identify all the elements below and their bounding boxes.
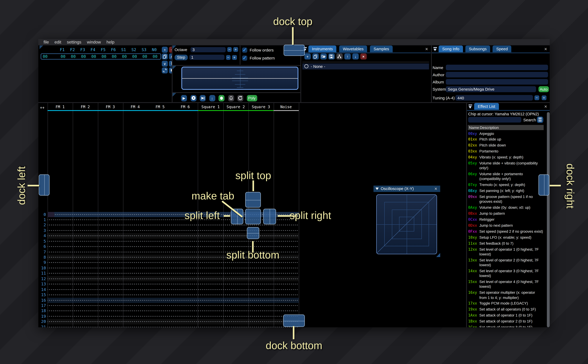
instrument-save-button[interactable]	[328, 53, 335, 60]
collapse-triangle-icon[interactable]	[376, 188, 379, 190]
row-cells[interactable]	[47, 276, 299, 281]
effect-row[interactable]: 13xx Set level of operator 2 (0 highest,…	[468, 258, 544, 267]
follow-pattern-label[interactable]: Follow pattern	[250, 56, 275, 60]
split-right-target[interactable]	[263, 209, 276, 224]
effect-row[interactable]: 01xx Pitch slide up	[468, 137, 544, 142]
follow-orders-label[interactable]: Follow orders	[250, 48, 274, 52]
pattern-rows[interactable]: 0 1 2 3	[38, 212, 310, 327]
order-unlink-button[interactable]	[162, 67, 168, 73]
orders-cell[interactable]: 00	[119, 54, 130, 58]
menu-item[interactable]: window	[87, 40, 101, 45]
pattern-row[interactable]: 10	[38, 265, 310, 271]
close-icon[interactable]: ×	[424, 46, 429, 51]
album-input[interactable]	[446, 79, 548, 84]
follow-orders-checkbox[interactable]: ✓	[242, 47, 247, 52]
make-tab-target[interactable]	[245, 209, 261, 224]
effect-row[interactable]: 11xx Set feedback (0 to 7)	[468, 241, 544, 246]
repeat-pattern-button[interactable]	[237, 95, 243, 101]
oscilloscope-window[interactable]: Oscilloscope (X-Y) ×	[373, 185, 440, 257]
effect-row[interactable]: 16xy Set operator multiplier (x: operato…	[468, 290, 544, 300]
channel-header[interactable]: Square 3	[248, 104, 273, 111]
channel-header[interactable]: FM 2	[73, 104, 98, 111]
collapse-icon[interactable]	[468, 104, 473, 109]
step-row-button[interactable]: ↓	[209, 95, 215, 101]
effect-row[interactable]: 09xx Set groove pattern (speed 1 if no g…	[468, 194, 544, 204]
orders-cell[interactable]: 00	[129, 54, 140, 58]
effect-row[interactable]: 1Axx Set attack of operator 1 (0 to 1F)	[468, 313, 544, 318]
tab[interactable]: Subsongs	[465, 46, 490, 52]
pattern-row[interactable]: 15	[38, 292, 310, 298]
split-bottom-target[interactable]	[247, 227, 259, 239]
instrument-organize-button[interactable]	[336, 53, 343, 60]
orders-cell[interactable]: 00	[140, 54, 150, 58]
split-top-target[interactable]	[245, 192, 261, 208]
pattern-row[interactable]: 14	[38, 287, 310, 292]
effect-row[interactable]: 07xy Tremolo (x: speed; y: depth)	[468, 182, 544, 188]
menu-item[interactable]: help	[106, 40, 114, 45]
channel-header[interactable]: FM 3	[98, 104, 123, 111]
pattern-row[interactable]: 6	[38, 244, 310, 249]
effect-row[interactable]: 05xy Volume slide + vibrato (compatibili…	[468, 161, 544, 171]
pattern-row[interactable]: 18	[38, 308, 310, 314]
tuning-input[interactable]: 440	[455, 95, 533, 101]
column-description[interactable]: Description	[480, 125, 499, 130]
pattern-cursor-cell[interactable]	[47, 212, 54, 217]
oscilloscope-titlebar[interactable]: Oscilloscope (X-Y)	[373, 185, 440, 192]
order-down-button[interactable]: ∨	[162, 60, 168, 66]
row-cells[interactable]	[47, 303, 299, 308]
channel-header[interactable]: Square 1	[198, 104, 223, 111]
pattern-add-channel-button[interactable]: ++	[40, 105, 45, 110]
effect-list-menu-button[interactable]	[537, 117, 543, 123]
step-increment-button[interactable]: +	[232, 55, 237, 60]
row-cells[interactable]	[47, 212, 299, 217]
row-cells[interactable]	[47, 222, 299, 228]
orders-cell[interactable]: 00	[109, 54, 119, 58]
channel-header[interactable]: FM 5	[148, 104, 172, 111]
row-cells[interactable]	[47, 319, 299, 324]
order-add-button[interactable]: +	[162, 46, 168, 52]
row-cells[interactable]	[47, 308, 299, 314]
effect-row[interactable]: 02xx Pitch slide down	[468, 143, 544, 148]
pattern-row[interactable]: 12	[38, 276, 310, 281]
step-button[interactable]: Step	[175, 55, 188, 60]
play-pattern-button[interactable]	[190, 95, 196, 101]
effect-row[interactable]: 06xy Volume slide + portamento (compatib…	[468, 172, 544, 182]
resize-grip[interactable]	[436, 253, 440, 257]
orders-cell[interactable]: 00	[150, 54, 160, 58]
effect-row[interactable]: 19xx Set attack of all operators (0 to 1…	[468, 307, 544, 312]
dock-bottom-target[interactable]	[283, 314, 305, 327]
tab-effect-list[interactable]: Effect List	[474, 103, 499, 110]
tuning-decrement-button[interactable]: −	[535, 95, 539, 100]
pattern-row[interactable]: 13	[38, 281, 310, 287]
orders-cell[interactable]: 00	[99, 54, 109, 58]
effect-row[interactable]: 10xy Setup LFO (x: enable; y: speed)	[468, 235, 544, 240]
tuning-increment-button[interactable]: +	[542, 95, 546, 100]
play-one-row-button[interactable]	[200, 95, 206, 101]
menu-item[interactable]: file	[44, 40, 49, 45]
pattern-row[interactable]: 3	[38, 228, 310, 233]
tab[interactable]: Speed	[493, 46, 511, 52]
orders-current-row[interactable]: 00 00000000000000000000	[41, 53, 161, 59]
collapse-icon[interactable]	[433, 46, 438, 51]
effect-row[interactable]: 03xx Portamento	[468, 149, 544, 154]
row-cells[interactable]	[47, 324, 299, 327]
song-name-input[interactable]	[446, 65, 548, 70]
effect-row[interactable]: 1Bxx Set attack of operator 2 (0 to 1F)	[468, 319, 544, 324]
effect-row[interactable]: 0Fxx Set speed (speed 2 if no grooves ex…	[468, 229, 544, 234]
effect-row[interactable]: 04xy Vibrato (x: speed; y: depth)	[468, 155, 544, 160]
instrument-list-item-none[interactable]: - None -	[302, 63, 429, 69]
effect-row[interactable]: 00xy Arpeggio	[468, 131, 544, 136]
tab[interactable]: Song Info	[439, 46, 463, 52]
pattern-row[interactable]: 20	[38, 319, 310, 324]
pattern-row[interactable]: 5	[38, 239, 310, 244]
orders-cell[interactable]: 00	[58, 54, 68, 58]
record-button[interactable]	[218, 95, 225, 101]
scrollbar[interactable]	[547, 112, 550, 327]
effect-row[interactable]: 0Dxx Jump to next pattern	[468, 223, 544, 228]
instrument-add-button[interactable]: +	[304, 53, 311, 60]
channel-header[interactable]: Noise	[273, 104, 299, 111]
instrument-move-down-button[interactable]: ↓	[352, 53, 359, 60]
menu-item[interactable]: settings	[67, 40, 81, 45]
column-name[interactable]: Name	[469, 125, 479, 130]
system-input[interactable]: Sega Genesis/Mega Drive	[446, 86, 536, 92]
